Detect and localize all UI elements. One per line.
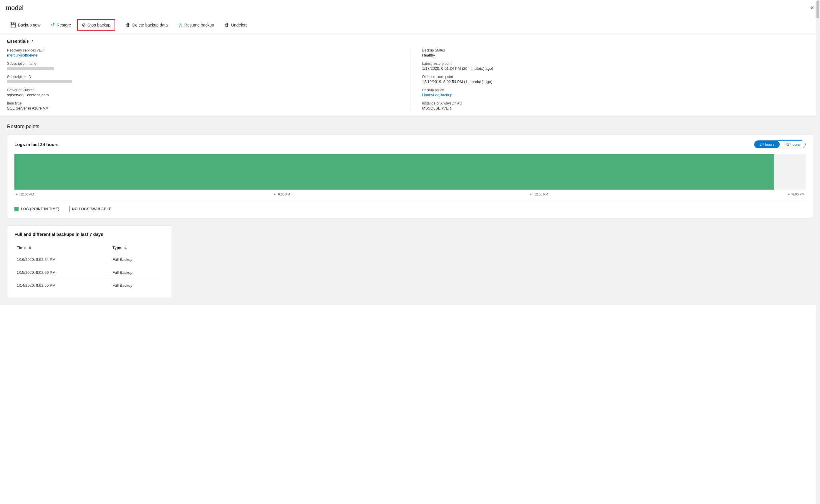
legend-no-logs: NO LOGS AVAILABLE (69, 206, 112, 212)
chart-axis: Fri 12:00 AM Fri 6:00 AM Fri 12:00 PM Fr… (14, 193, 806, 196)
row1-type: Full Backup (110, 253, 165, 266)
field-backup-status: Backup Status Healthy (422, 48, 813, 57)
undelete-button[interactable]: 🗑 Undelete (220, 20, 252, 30)
table-row: 1/16/2020, 8:02:54 PM Full Backup (14, 253, 165, 266)
backup-now-button[interactable]: 💾 Backup now (6, 19, 45, 30)
toolbar-separator-1 (118, 21, 118, 29)
field-recovery-vault: Recovery services vault mercurysoftdelet… (7, 48, 398, 57)
72-hours-button[interactable]: 72 hours (780, 141, 805, 148)
restore-icon: ↺ (51, 22, 55, 28)
recovery-vault-link[interactable]: mercurysoftdelete (7, 53, 398, 57)
time-column-header[interactable]: Time ⇅ (14, 243, 110, 253)
backup-now-icon: 💾 (10, 22, 16, 28)
table-row: 1/15/2020, 8:02:56 PM Full Backup (14, 266, 165, 279)
field-item-type: Item type SQL Server in Azure VM (7, 101, 398, 110)
row2-time: 1/15/2020, 8:02:56 PM (14, 266, 110, 279)
essentials-section: Essentials ∧ Recovery services vault mer… (0, 34, 820, 117)
24-hours-button[interactable]: 24 hours (754, 141, 780, 148)
table-body: 1/16/2020, 8:02:54 PM Full Backup 1/15/2… (14, 253, 165, 292)
type-sort-icon: ⇅ (124, 246, 127, 250)
essentials-chevron-icon: ∧ (31, 39, 34, 43)
field-subscription-name: Subscription name (7, 62, 398, 71)
scrollbar-thumb[interactable] (816, 1, 819, 18)
time-sort-icon: ⇅ (29, 246, 31, 250)
legend-gray-color (69, 206, 70, 212)
field-instance: Instance or AlwaysOn AG MSSQLSERVER (422, 101, 813, 110)
backups-table-card: Full and differential backups in last 7 … (7, 226, 172, 298)
stop-backup-button[interactable]: ⊘ Stop backup (77, 19, 115, 31)
restore-button[interactable]: ↺ Restore (47, 19, 75, 30)
restore-points-title: Restore points (7, 124, 813, 130)
stop-backup-icon: ⊘ (82, 22, 86, 28)
type-column-header[interactable]: Type ⇅ (110, 243, 165, 253)
field-latest-restore-point: Latest restore point 1/17/2020, 6:01:34 … (422, 62, 813, 71)
chart-container (14, 154, 806, 190)
scrollbar[interactable] (816, 0, 820, 504)
essentials-left-col: Recovery services vault mercurysoftdelet… (7, 48, 410, 110)
row3-type: Full Backup (110, 279, 165, 292)
row2-type: Full Backup (110, 266, 165, 279)
chart-bar (14, 154, 774, 190)
backups-table: Time ⇅ Type ⇅ 1/16/2020, 8:02:54 PM Full… (14, 243, 165, 292)
essentials-header[interactable]: Essentials ∧ (7, 39, 813, 44)
table-row: 1/14/2020, 8:02:55 PM Full Backup (14, 279, 165, 292)
field-backup-policy: Backup policy HourlyLogBackup (422, 88, 813, 97)
close-button[interactable]: × (810, 4, 814, 12)
delete-backup-data-button[interactable]: 🗑 Delete backup data (121, 20, 172, 30)
field-oldest-restore-point: Oldest restore point 12/10/2019, 8:02:54… (422, 75, 813, 84)
legend-log-point-in-time: LOG (POINT IN TIME) (14, 206, 59, 212)
chart-title: Logs in last 24 hours (14, 142, 59, 147)
row1-time: 1/16/2020, 8:02:54 PM (14, 253, 110, 266)
subscription-name-redacted (7, 67, 54, 70)
chart-card: Logs in last 24 hours 24 hours 72 hours … (7, 134, 813, 218)
essentials-right-col: Backup Status Healthy Latest restore poi… (410, 48, 813, 110)
field-server-cluster: Server or Cluster sqlserver-1.contoso.co… (7, 88, 398, 97)
chart-bar-wrapper (14, 154, 806, 190)
subscription-id-redacted (7, 80, 72, 83)
field-subscription-id: Subscription ID (7, 75, 398, 84)
main-window: model × 💾 Backup now ↺ Restore ⊘ Stop ba… (0, 0, 820, 504)
table-card-title: Full and differential backups in last 7 … (14, 232, 165, 237)
resume-icon: ◎ (178, 22, 183, 28)
title-bar: model × (0, 0, 820, 16)
backup-policy-link[interactable]: HourlyLogBackup (422, 93, 813, 97)
chart-header: Logs in last 24 hours 24 hours 72 hours (14, 140, 806, 148)
toolbar: 💾 Backup now ↺ Restore ⊘ Stop backup 🗑 D… (0, 16, 820, 34)
row3-time: 1/14/2020, 8:02:55 PM (14, 279, 110, 292)
undelete-icon: 🗑 (225, 22, 229, 28)
table-header: Time ⇅ Type ⇅ (14, 243, 165, 253)
delete-icon: 🗑 (126, 22, 130, 28)
legend-green-color (14, 207, 19, 211)
content-area: Restore points Logs in last 24 hours 24 … (0, 117, 820, 305)
time-toggle: 24 hours 72 hours (754, 140, 806, 148)
resume-backup-button[interactable]: ◎ Resume backup (174, 19, 218, 30)
essentials-grid: Recovery services vault mercurysoftdelet… (7, 48, 813, 110)
window-title: model (6, 4, 24, 12)
chart-legend: LOG (POINT IN TIME) NO LOGS AVAILABLE (14, 201, 806, 212)
